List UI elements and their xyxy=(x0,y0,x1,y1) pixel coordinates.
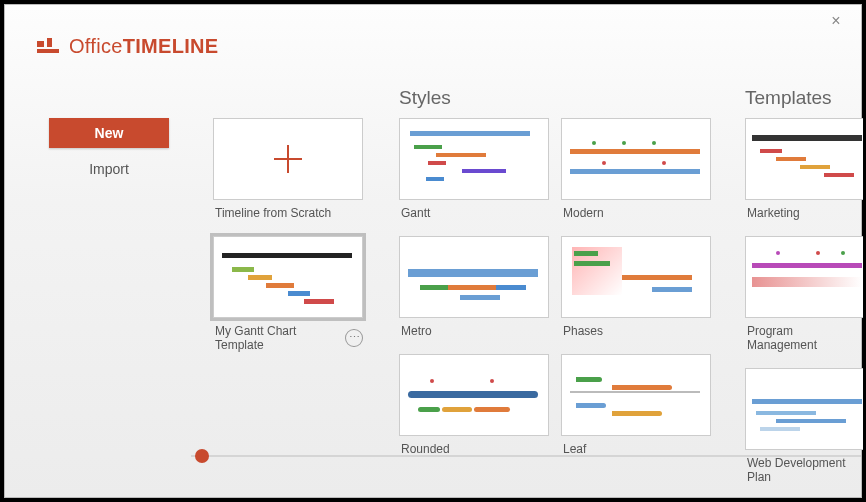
brand-text: OfficeTIMELINE xyxy=(69,35,218,58)
brand-text-bold: TIMELINE xyxy=(123,35,219,57)
brand-text-light: Office xyxy=(69,35,123,57)
zoom-slider-track[interactable] xyxy=(191,455,861,457)
zoom-slider-thumb[interactable] xyxy=(195,449,209,463)
caption-phases: Phases xyxy=(563,324,603,338)
card-style-rounded[interactable]: Rounded xyxy=(399,354,549,468)
thumb-scratch xyxy=(213,118,363,200)
caption-metro: Metro xyxy=(401,324,432,338)
card-template-web-development[interactable]: Web Development Plan xyxy=(745,368,865,496)
card-style-leaf[interactable]: Leaf xyxy=(561,354,711,468)
caption-leaf: Leaf xyxy=(563,442,586,456)
caption-mygantt: My Gantt Chart Template xyxy=(215,324,345,352)
card-template-program-management[interactable]: Program Management xyxy=(745,236,865,364)
card-style-phases[interactable]: Phases xyxy=(561,236,711,350)
new-timeline-dialog: × OfficeTIMELINE New Import Styles Templ… xyxy=(4,4,862,498)
section-header-styles: Styles xyxy=(399,87,451,109)
card-my-gantt-template[interactable]: My Gantt Chart Template ⋯ xyxy=(213,236,363,364)
caption-marketing: Marketing xyxy=(747,206,800,220)
sidebar-item-new[interactable]: New xyxy=(49,118,169,148)
column-templates: Marketing Program Management xyxy=(745,118,866,500)
section-header-templates: Templates xyxy=(745,87,832,109)
card-template-marketing[interactable]: Marketing xyxy=(745,118,865,232)
caption-program: Program Management xyxy=(747,324,865,352)
column-styles: Gantt Modern xyxy=(399,118,739,472)
more-icon[interactable]: ⋯ xyxy=(345,329,363,347)
card-style-metro[interactable]: Metro xyxy=(399,236,549,350)
caption-scratch: Timeline from Scratch xyxy=(215,206,331,220)
caption-rounded: Rounded xyxy=(401,442,450,456)
card-timeline-from-scratch[interactable]: Timeline from Scratch xyxy=(213,118,363,232)
card-style-gantt[interactable]: Gantt xyxy=(399,118,549,232)
close-icon[interactable]: × xyxy=(827,13,845,31)
caption-gantt: Gantt xyxy=(401,206,430,220)
content-area: Timeline from Scratch My Gantt Chart Tem… xyxy=(213,118,861,445)
caption-webdev: Web Development Plan xyxy=(747,456,865,484)
sidebar: New Import xyxy=(49,118,169,190)
thumb-mygantt xyxy=(213,236,363,318)
caption-modern: Modern xyxy=(563,206,604,220)
office-timeline-icon xyxy=(37,38,59,56)
brand-logo: OfficeTIMELINE xyxy=(37,35,218,58)
card-style-modern[interactable]: Modern xyxy=(561,118,711,232)
sidebar-item-import[interactable]: Import xyxy=(49,154,169,184)
column-local: Timeline from Scratch My Gantt Chart Tem… xyxy=(213,118,373,368)
